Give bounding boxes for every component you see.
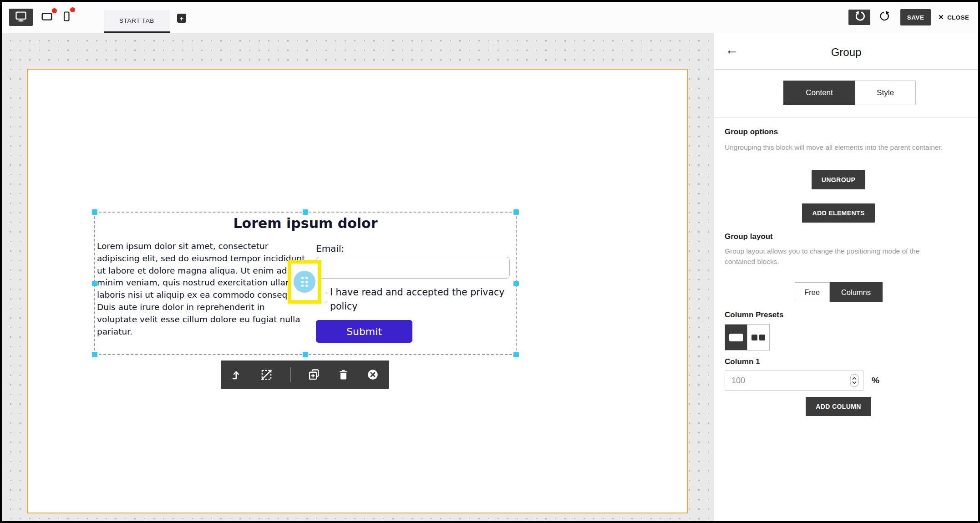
mobile-notification-dot bbox=[70, 7, 75, 12]
select-parent-button[interactable] bbox=[231, 369, 243, 381]
panel-tabs: Content Style bbox=[783, 81, 916, 105]
redo-button[interactable] bbox=[878, 10, 893, 25]
tablet-notification-dot bbox=[52, 8, 57, 13]
email-label: Email: bbox=[316, 243, 344, 254]
block-heading[interactable]: Lorem ipsum dolor bbox=[95, 215, 516, 231]
editor-window: START TAB + SAVE ✕ CLOSE bbox=[0, 0, 980, 523]
plus-icon: + bbox=[180, 15, 184, 22]
selected-group-block[interactable]: Lorem ipsum dolor Lorem ipsum dolor sit … bbox=[94, 212, 517, 355]
undo-button[interactable] bbox=[848, 10, 870, 25]
undo-icon bbox=[853, 10, 865, 24]
tablet-preview-button[interactable] bbox=[40, 10, 54, 24]
column1-label: Column 1 bbox=[725, 357, 760, 366]
tab-strip: START TAB + bbox=[104, 2, 186, 33]
preset-two-columns[interactable] bbox=[747, 325, 769, 350]
add-tab-button[interactable]: + bbox=[177, 14, 186, 23]
tablet-icon bbox=[40, 10, 54, 24]
block-action-toolbar bbox=[221, 361, 389, 389]
close-button[interactable]: ✕ CLOSE bbox=[938, 13, 969, 21]
ungroup-label: UNGROUP bbox=[822, 176, 855, 183]
add-elements-label: ADD ELEMENTS bbox=[812, 209, 864, 217]
dashed-region-off-icon bbox=[260, 368, 273, 381]
tab-style[interactable]: Style bbox=[855, 81, 916, 105]
select-parent-icon bbox=[231, 369, 243, 381]
tab-content[interactable]: Content bbox=[783, 81, 855, 105]
one-column-icon bbox=[729, 334, 743, 341]
redo-icon bbox=[879, 10, 891, 24]
column-presets bbox=[725, 324, 770, 350]
add-column-button[interactable]: ADD COLUMN bbox=[806, 397, 871, 416]
settings-panel: ← Group Content Style Group options Ungr… bbox=[714, 33, 978, 521]
close-icon: ✕ bbox=[938, 13, 944, 21]
column1-width-input[interactable] bbox=[725, 371, 863, 391]
group-layout-description: Group layout allows you to change the po… bbox=[725, 246, 942, 267]
desktop-preview-button[interactable] bbox=[9, 9, 33, 26]
percent-label: % bbox=[872, 376, 879, 386]
drag-dots-icon bbox=[301, 277, 308, 287]
panel-title: Group bbox=[714, 46, 978, 59]
add-elements-button[interactable]: ADD ELEMENTS bbox=[802, 203, 874, 223]
group-options-heading: Group options bbox=[725, 127, 778, 137]
close-label: CLOSE bbox=[947, 14, 969, 21]
delete-button[interactable] bbox=[337, 369, 350, 381]
group-layout-heading: Group layout bbox=[725, 232, 773, 241]
resize-handle-top-center[interactable] bbox=[303, 209, 308, 215]
save-label: SAVE bbox=[907, 14, 924, 21]
tab-label: START TAB bbox=[119, 17, 154, 24]
columns-label: Columns bbox=[841, 288, 871, 297]
mobile-preview-button[interactable] bbox=[61, 10, 72, 25]
save-button[interactable]: SAVE bbox=[900, 9, 931, 25]
canvas-area[interactable]: Lorem ipsum dolor Lorem ipsum dolor sit … bbox=[2, 33, 714, 521]
column1-row: % bbox=[725, 371, 879, 391]
layout-columns-option[interactable]: Columns bbox=[830, 282, 883, 302]
desktop-icon bbox=[14, 10, 28, 25]
trash-icon bbox=[337, 369, 350, 381]
resize-handle-top-left[interactable] bbox=[92, 209, 97, 215]
tab-content-label: Content bbox=[806, 88, 833, 97]
resize-handle-middle-left[interactable] bbox=[92, 281, 97, 286]
drag-handle-icon[interactable] bbox=[294, 271, 315, 293]
column-presets-heading: Column Presets bbox=[725, 310, 783, 320]
preset-one-column[interactable] bbox=[725, 325, 747, 350]
add-column-label: ADD COLUMN bbox=[816, 403, 861, 410]
tab-start-tab[interactable]: START TAB bbox=[104, 10, 170, 33]
topbar-actions: SAVE ✕ CLOSE bbox=[848, 9, 969, 25]
toggle-region-button[interactable] bbox=[260, 368, 273, 381]
mobile-icon bbox=[61, 10, 72, 25]
resize-handle-top-right[interactable] bbox=[513, 209, 519, 215]
resize-handle-bottom-left[interactable] bbox=[92, 352, 97, 357]
top-toolbar: START TAB + SAVE ✕ CLOSE bbox=[2, 2, 978, 33]
free-label: Free bbox=[804, 288, 820, 297]
device-preview-group bbox=[9, 9, 72, 26]
submit-label: Submit bbox=[346, 326, 382, 337]
submit-button[interactable]: Submit bbox=[316, 320, 412, 343]
resize-handle-middle-right[interactable] bbox=[513, 281, 519, 286]
resize-handle-bottom-right[interactable] bbox=[513, 352, 519, 357]
group-options-description: Ungrouping this block will move all elem… bbox=[725, 142, 973, 152]
two-columns-icon bbox=[752, 335, 765, 340]
block-paragraph[interactable]: Lorem ipsum dolor sit amet, consectetur … bbox=[97, 240, 305, 338]
ungroup-button[interactable]: UNGROUP bbox=[812, 170, 865, 189]
tab-style-label: Style bbox=[877, 88, 894, 97]
layout-mode-toggle: Free Columns bbox=[795, 282, 883, 302]
number-stepper-icon[interactable] bbox=[850, 374, 859, 389]
duplicate-icon bbox=[308, 368, 320, 381]
duplicate-button[interactable] bbox=[308, 368, 320, 381]
panel-tabs-divider bbox=[714, 117, 978, 117]
privacy-checkbox-label: I have read and accepted the privacy pol… bbox=[330, 285, 508, 314]
toolbar-separator bbox=[290, 367, 291, 382]
drag-handle-highlight bbox=[288, 260, 321, 304]
email-input[interactable] bbox=[316, 257, 510, 279]
panel-header-divider bbox=[714, 69, 978, 70]
deselect-button[interactable] bbox=[366, 368, 379, 381]
close-circle-icon bbox=[366, 368, 379, 381]
layout-free-option[interactable]: Free bbox=[795, 282, 830, 302]
resize-handle-bottom-center[interactable] bbox=[303, 352, 308, 357]
